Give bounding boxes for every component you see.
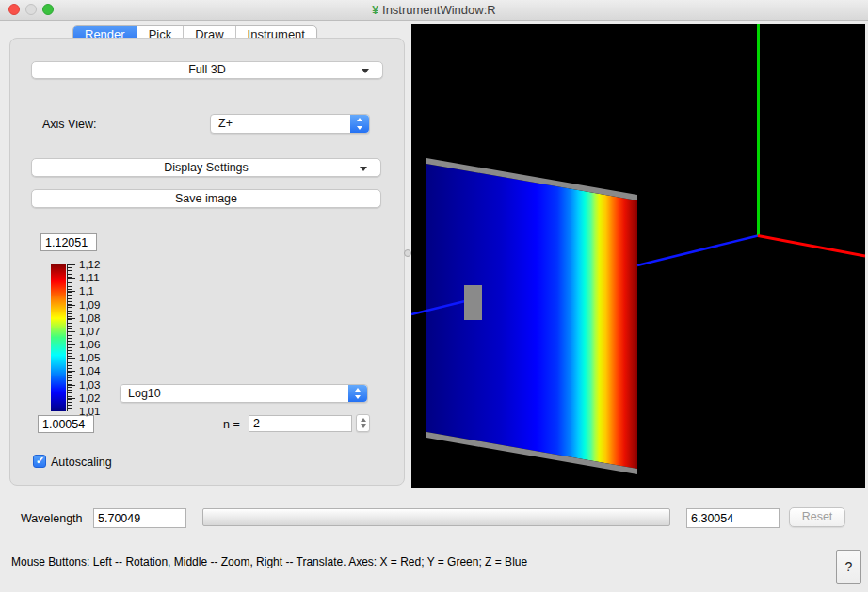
axis-view-label: Axis View: xyxy=(42,118,96,131)
display-settings-dropdown[interactable]: Display Settings xyxy=(31,158,381,177)
projection-dropdown-value: Full 3D xyxy=(188,63,226,76)
z-axis-line xyxy=(637,236,758,266)
axis-view-combobox[interactable]: Z+ xyxy=(210,114,370,134)
colorbar-tick-label: 1,09 xyxy=(79,299,100,311)
splitter-handle[interactable] xyxy=(404,249,411,257)
window-title-text: InstrumentWindow:R xyxy=(382,3,496,17)
autoscaling-label: Autoscaling xyxy=(51,456,112,469)
wavelength-range-slider[interactable] xyxy=(202,508,670,526)
colorbar-tick-label: 1,04 xyxy=(79,365,100,376)
app-icon: ¥ xyxy=(372,4,378,17)
wavelength-min-input[interactable] xyxy=(93,508,186,528)
scale-type-combobox[interactable]: Log10 xyxy=(120,384,368,403)
display-settings-label: Display Settings xyxy=(164,161,249,174)
monitor-marker[interactable] xyxy=(464,285,482,320)
help-button[interactable]: ? xyxy=(836,550,861,584)
colorbar-ruler xyxy=(67,264,75,411)
combobox-stepper-icon xyxy=(348,385,367,402)
colorbar-tick-label: 1,01 xyxy=(79,406,100,417)
colorbar-tick-label: 1,11 xyxy=(79,272,100,283)
instrument-3d-scene xyxy=(411,24,865,488)
autoscaling-checkbox[interactable] xyxy=(33,455,46,468)
colorbar-tick-label: 1,1 xyxy=(79,285,94,296)
window-title: ¥InstrumentWindow:R xyxy=(0,3,868,17)
scale-type-value: Log10 xyxy=(128,387,161,401)
chevron-down-icon xyxy=(362,69,369,73)
stepper-up-icon[interactable] xyxy=(361,418,366,422)
colorbar-tick-label: 1,03 xyxy=(79,379,100,391)
scale-max-input[interactable] xyxy=(40,233,97,251)
colorbar-tick-label: 1,06 xyxy=(79,339,100,350)
wavelength-label: Wavelength xyxy=(21,512,83,525)
power-stepper[interactable] xyxy=(356,414,370,432)
power-label: n = xyxy=(223,418,240,431)
colorbar-tick-label: 1,08 xyxy=(79,312,100,324)
x-axis-line xyxy=(758,236,865,257)
save-image-label: Save image xyxy=(175,192,237,205)
stepper-down-icon[interactable] xyxy=(361,424,366,428)
colorbar-tick-label: 1,07 xyxy=(79,326,100,337)
chevron-down-icon xyxy=(360,167,367,171)
instrument-3d-viewport[interactable] xyxy=(411,24,865,488)
colorbar-tick-label: 1,02 xyxy=(79,392,100,404)
colorbar-gradient[interactable] xyxy=(51,264,66,411)
detector-bank-panel[interactable] xyxy=(426,164,637,469)
wavelength-max-input[interactable] xyxy=(686,508,780,528)
colorbar-tick-label: 1,05 xyxy=(79,352,100,363)
reset-button[interactable]: Reset xyxy=(789,507,845,527)
projection-dropdown[interactable]: Full 3D xyxy=(31,61,383,79)
axis-view-value: Z+ xyxy=(218,117,233,131)
scale-min-input[interactable] xyxy=(38,415,94,433)
power-input[interactable] xyxy=(249,415,352,432)
combobox-stepper-icon xyxy=(350,115,369,133)
status-bar-text: Mouse Buttons: Left -- Rotation, Middle … xyxy=(11,555,527,568)
title-bar: ¥InstrumentWindow:R xyxy=(0,0,868,21)
colorbar-tick-label: 1,12 xyxy=(79,259,100,270)
save-image-button[interactable]: Save image xyxy=(31,189,381,208)
